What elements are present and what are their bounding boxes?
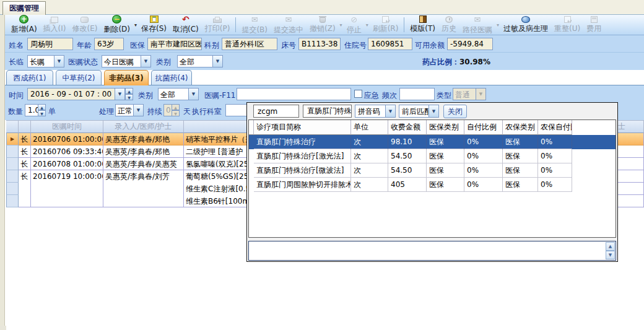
order-row-time[interactable]: 20160719 10:00:00 (31, 170, 103, 207)
result-row[interactable]: 直肠肛门特殊治疗次98.10医保0%医保0% (249, 135, 616, 149)
door-icon (419, 15, 427, 23)
quantity-spinner[interactable]: ▲▼ (38, 104, 46, 116)
item-name-input[interactable]: 直肠肛门特殊治 (303, 105, 352, 118)
revoke-dropdown-arrow[interactable]: ▾ (339, 22, 344, 28)
tab-non-drug[interactable]: 非药品(3) (104, 70, 149, 85)
patient-field-label: 医保 (130, 40, 145, 51)
order-search-input[interactable] (237, 88, 351, 100)
filter-bar: 长临 长嘱 ▼ 医嘱状态 今日医嘱 ▼ 类别 全部 ▼ 药占比例：30.98% (5, 53, 644, 70)
chevron-down-icon[interactable]: ▼ (133, 105, 143, 116)
match-direction-combo[interactable]: 前后匹配 ▼ (399, 105, 439, 118)
grid-header-order-time[interactable]: 医嘱时间 (31, 120, 103, 133)
order-row-time[interactable]: 20160706 09:33:40 (31, 145, 103, 158)
chevron-down-icon[interactable]: ▼ (141, 56, 150, 67)
row-selector-cell[interactable] (6, 158, 19, 170)
result-col-header[interactable]: 医保类别 (427, 120, 464, 135)
chevron-down-icon[interactable]: ▼ (54, 56, 64, 67)
result-col-header[interactable]: 单位 (351, 120, 388, 135)
order-row-time[interactable]: 20160708 01:00:00 (31, 158, 103, 170)
result-cell: 次 (351, 149, 388, 163)
close-button[interactable]: 关闭 (443, 105, 467, 118)
result-row[interactable]: 直肠肛门特殊治疗[激光法]次54.50医保0%医保0% (249, 149, 616, 163)
result-col-header[interactable]: 农保类别 (503, 120, 538, 135)
result-col-header[interactable]: 收费金额 (388, 120, 427, 135)
chevron-down-icon[interactable]: ▼ (188, 89, 198, 100)
order-row-staff[interactable]: 吴惠英/李典春/郑艳 (103, 145, 184, 158)
item-name-value: 直肠肛门特殊治 (307, 106, 352, 116)
spin-up-icon[interactable]: ▲ (125, 88, 133, 94)
search-result-table: 诊疗项目简称单位收费金额医保类别自付比例农保类别农保自付比直肠肛门特殊治疗次98… (248, 119, 616, 238)
patient-field-value: -5949.84 (447, 38, 493, 50)
order-row-type[interactable]: 长 (19, 158, 31, 170)
row-selector-cell[interactable] (6, 183, 19, 195)
allergy-button[interactable]: 过敏及病生理 (500, 15, 551, 35)
patient-field-value: 63岁 (94, 38, 124, 50)
stop-dropdown-arrow[interactable]: ▾ (365, 22, 370, 28)
result-col-header[interactable]: 诊疗项目简称 (254, 120, 351, 135)
time-spinner[interactable]: ▲▼ (125, 88, 133, 100)
delete-dropdown-arrow[interactable]: ▾ (133, 22, 138, 28)
scroll-down-icon[interactable]: ▼ (606, 251, 615, 259)
tab-antibiotic[interactable]: 抗菌药(4) (151, 70, 192, 85)
row-selector-cell[interactable] (6, 170, 19, 183)
tab-order-management[interactable]: 医嘱管理 (2, 1, 46, 15)
exec-dept-input[interactable] (225, 104, 249, 116)
order-row-staff[interactable]: 吴惠英/李典春/刘芳 (103, 170, 184, 207)
result-cell: 直肠肛门周围脓肿切开排脓术 (254, 178, 351, 192)
time-dropdown[interactable]: ▼ (115, 88, 125, 100)
tab-western-drug[interactable]: 西成药(1) (6, 70, 53, 85)
handle-combo[interactable]: 正常 ▼ (115, 104, 144, 116)
save-button[interactable]: 保存(S) (138, 15, 170, 35)
order-row-type[interactable]: 长 (19, 133, 31, 145)
toolbar-button-label: 刷新(R) (373, 24, 399, 34)
result-header-gutter (249, 120, 254, 135)
toolbar-button-label: 修改(E) (72, 24, 97, 34)
category-combo[interactable]: 全部 ▼ (177, 55, 223, 67)
category-label: 类别 (156, 57, 171, 67)
add-button[interactable]: +新增(A) (8, 15, 40, 35)
row-selector-cell[interactable] (6, 195, 19, 207)
spin-up-icon[interactable]: ▲ (38, 104, 46, 110)
scroll-up-icon[interactable]: ▲ (606, 242, 615, 251)
result-cell: 直肠肛门特殊治疗[激光法] (254, 149, 351, 163)
chevron-down-icon[interactable]: ▼ (212, 56, 222, 67)
row-selector-current[interactable] (6, 133, 19, 145)
stop-icon (349, 15, 359, 24)
chevron-down-icon: ▼ (476, 89, 485, 100)
path-order-dropdown-arrow[interactable]: ▾ (495, 22, 500, 28)
chevron-down-icon[interactable]: ▼ (429, 105, 438, 117)
result-cell: 0% (538, 178, 572, 192)
row-selector-cell[interactable] (6, 145, 19, 158)
chevron-down-icon[interactable]: ▼ (385, 105, 395, 117)
fee-button: 费用 (583, 15, 604, 35)
grid-header-staff[interactable]: 录入人/医师/护士 (103, 120, 184, 133)
order-row-time[interactable]: 20160706 01:00:00 (31, 133, 103, 145)
spin-down-icon[interactable]: ▼ (125, 94, 133, 100)
frequency-input[interactable] (399, 88, 435, 100)
urgent-checkbox[interactable] (354, 90, 362, 98)
order-row-staff[interactable]: 吴惠英/李典春/吴惠英 (103, 158, 184, 170)
entry-category-combo[interactable]: 全部 ▼ (158, 88, 199, 100)
result-row[interactable]: 直肠肛门特殊治疗[微波法]次54.50医保0%医保0% (249, 163, 616, 178)
order-row-staff[interactable]: 吴惠英/李典春/郑艳 (103, 133, 184, 145)
result-row[interactable]: 直肠肛门周围脓肿切开排脓术次405医保0%医保0% (249, 178, 616, 192)
patient-field-text: 63岁 (97, 39, 114, 50)
chevron-down-icon[interactable]: ▼ (115, 89, 124, 100)
close-button-label: 关闭 (448, 106, 463, 117)
order-row-type[interactable]: 长 (19, 170, 31, 207)
tab-herbal-drug[interactable]: 中草药(2) (56, 70, 102, 85)
cancel-button[interactable]: 取消(C) (170, 15, 202, 35)
result-col-header[interactable]: 自付比例 (464, 120, 503, 135)
grid-header-selector (6, 120, 19, 133)
time-field[interactable]: 2016 - 09 - 01 07 : 00 (27, 88, 115, 100)
order-status-combo[interactable]: 今日医嘱 ▼ (102, 55, 151, 67)
pinyin-code-input[interactable]: zcgm (253, 105, 299, 118)
delete-button[interactable]: −删除(D) (100, 15, 133, 35)
match-mode-combo[interactable]: 拼音码 ▼ (355, 105, 396, 118)
order-row-type[interactable]: 长 (19, 145, 31, 158)
spin-down-icon[interactable]: ▼ (38, 110, 46, 116)
toolbar-button-label: 路径医嘱 (463, 25, 492, 35)
result-col-header[interactable]: 农保自付比 (538, 120, 572, 135)
template-button[interactable]: 模版(T) (407, 15, 438, 35)
changlin-combo[interactable]: 长嘱 ▼ (27, 55, 64, 67)
